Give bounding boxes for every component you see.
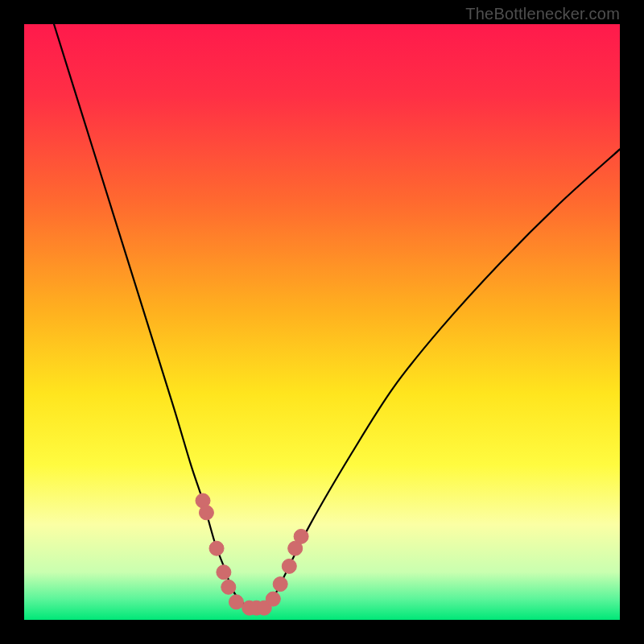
bottleneck-curve [54,24,620,609]
outer-frame: TheBottlenecker.com [0,0,644,644]
plot-area [24,24,620,620]
curve-marker [199,506,213,520]
curve-marker [229,595,243,609]
curve-marker [273,577,287,592]
curve-marker [217,565,231,580]
chart-layer [24,24,620,620]
curve-marker [282,559,296,573]
curve-marker [266,592,280,606]
watermark-text: TheBottlenecker.com [465,5,620,23]
curve-marker [294,529,308,543]
marker-group [196,493,308,615]
curve-marker [221,580,236,594]
curve-marker [209,541,224,555]
